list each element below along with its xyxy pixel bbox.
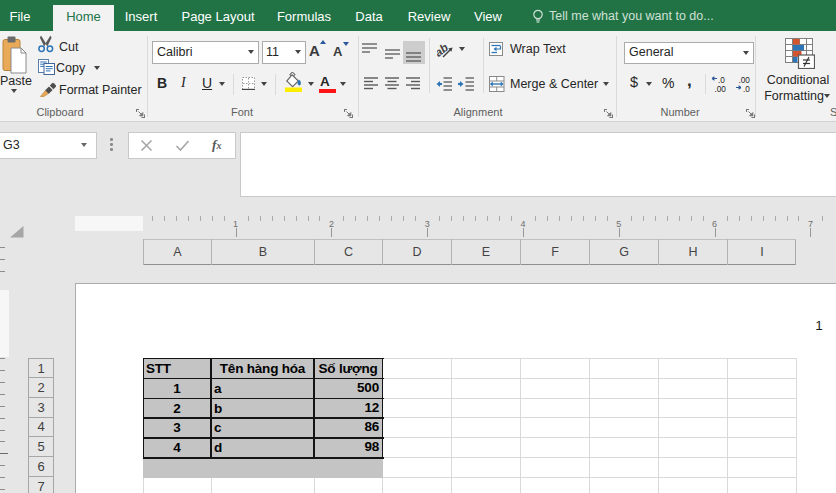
- svg-text:.00: .00: [715, 85, 727, 93]
- svg-text:.0: .0: [743, 85, 750, 93]
